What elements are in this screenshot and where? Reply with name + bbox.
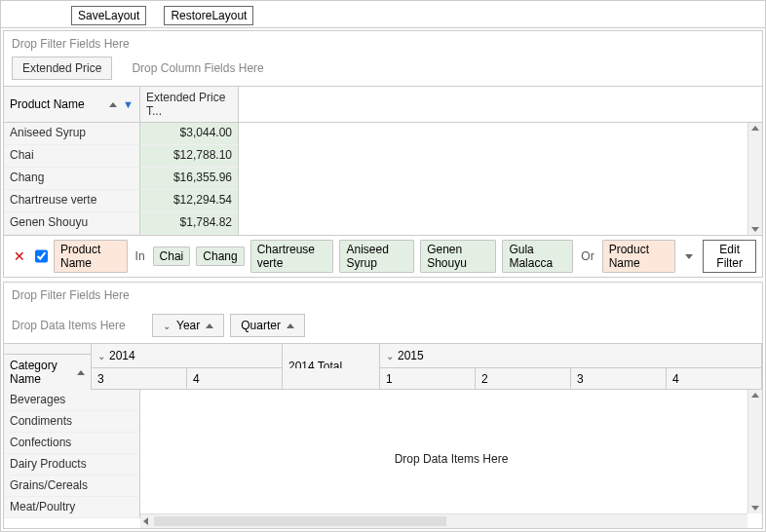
table-cell[interactable]: $12,294.54 — [140, 190, 239, 212]
drop-filter-area[interactable]: Drop Filter Fields Here — [4, 31, 762, 57]
filter-icon[interactable]: ▼ — [123, 98, 134, 110]
year-field-label: Year — [176, 319, 200, 332]
drop-data-center-label: Drop Data Items Here — [395, 452, 509, 466]
table-cell[interactable]: $3,044.00 — [140, 123, 239, 145]
app-window: SaveLayout RestoreLayout Drop Filter Fie… — [0, 0, 766, 532]
vertical-scrollbar[interactable] — [747, 123, 762, 235]
quarter-column[interactable]: 4 — [667, 368, 762, 389]
category-row-header[interactable]: Meat/Poultry — [4, 497, 140, 518]
year-column-2015[interactable]: ⌄ 2015 — [380, 344, 762, 368]
filter-field-tag[interactable]: Product Name — [54, 240, 128, 273]
category-row-header[interactable]: Confections — [4, 433, 140, 454]
quarter-column[interactable]: 4 — [187, 368, 283, 389]
column-field-quarter[interactable]: Quarter — [230, 314, 305, 337]
drop-filter-area-2[interactable]: Drop Filter Fields Here — [4, 283, 762, 308]
quarter-column[interactable]: 3 — [92, 368, 187, 389]
table-row-header[interactable]: Chartreuse verte — [4, 190, 140, 212]
sort-asc-icon[interactable] — [109, 102, 117, 107]
table-cell[interactable]: $16,355.96 — [140, 168, 239, 190]
data-field-label: Extended Price — [22, 61, 101, 75]
sort-asc-icon[interactable] — [206, 323, 213, 328]
year-column-2014[interactable]: ⌄ 2014 — [92, 344, 283, 368]
restore-layout-button[interactable]: RestoreLayout — [164, 6, 253, 25]
filter-value-tag[interactable]: Chai — [153, 247, 191, 266]
table-row-header[interactable]: Chai — [4, 145, 140, 168]
filter-field-tag[interactable]: Product Name — [602, 240, 676, 273]
quarter-column-spacer — [283, 368, 380, 389]
filter-panel: ✕ Product Name In Chai Chang Chartreuse … — [4, 235, 762, 277]
pivot-grid-1: Drop Filter Fields Here Extended Price D… — [3, 30, 763, 278]
quarter-column[interactable]: 1 — [380, 368, 476, 389]
drop-column-area[interactable]: Drop Column Fields Here — [132, 61, 263, 75]
category-row-header[interactable]: Dairy Products — [4, 454, 140, 475]
quarter-column[interactable]: 2 — [476, 368, 571, 389]
quarter-column[interactable]: 3 — [571, 368, 667, 389]
filter-value-tag[interactable]: Aniseed Syrup — [339, 240, 414, 273]
expand-icon[interactable]: ⌄ — [163, 321, 171, 331]
sort-asc-icon[interactable] — [287, 323, 294, 328]
data-field-chip[interactable]: Extended Price — [12, 57, 112, 80]
filter-value-tag[interactable]: Genen Shouyu — [420, 240, 496, 273]
drop-data-center[interactable]: Drop Data Items Here — [140, 390, 762, 528]
filter-enable-checkbox[interactable] — [35, 249, 48, 263]
toolbar: SaveLayout RestoreLayout — [1, 1, 765, 28]
collapse-icon[interactable]: ⌄ — [97, 351, 105, 361]
pivot1-data-body: Aniseed Syrup Chai Chang Chartreuse vert… — [4, 123, 762, 235]
table-row-header[interactable]: Chang — [4, 168, 140, 190]
table-row-header[interactable]: Aniseed Syrup — [4, 123, 140, 145]
category-row-header[interactable]: Condiments — [4, 411, 140, 433]
save-layout-button[interactable]: SaveLayout — [71, 6, 146, 25]
category-field-label: Category Name — [10, 359, 77, 386]
chevron-down-icon[interactable] — [685, 254, 693, 259]
column-field-year[interactable]: ⌄ Year — [152, 314, 224, 337]
table-row-header[interactable]: Genen Shouyu — [4, 212, 140, 235]
row-field-label: Product Name — [10, 97, 85, 111]
close-icon[interactable]: ✕ — [10, 248, 29, 264]
filter-value-tag[interactable]: Gula Malacca — [502, 240, 573, 273]
drop-data-area[interactable]: Drop Data Items Here — [12, 319, 133, 332]
pivot2-data-body: Beverages Condiments Confections Dairy P… — [4, 390, 762, 528]
year-label: 2014 — [109, 349, 135, 362]
pivot-grid-2: Drop Filter Fields Here Drop Data Items … — [3, 282, 763, 529]
scrollbar-thumb[interactable] — [154, 516, 446, 526]
column-header-area: Category Name ⌄ 2014 2014 Total ⌄ 2015 — [4, 343, 762, 390]
value-header[interactable]: Extended Price T... — [140, 87, 239, 122]
collapse-icon[interactable]: ⌄ — [386, 351, 394, 361]
row-field-header-2[interactable]: Category Name — [4, 354, 91, 390]
filter-value-tag[interactable]: Chang — [196, 247, 244, 266]
vertical-scrollbar-2[interactable] — [747, 390, 762, 513]
table-cell[interactable]: $12,788.10 — [140, 145, 239, 168]
sort-asc-icon[interactable] — [77, 370, 85, 375]
filter-op-or: Or — [579, 249, 595, 263]
filter-value-tag[interactable]: Chartreuse verte — [250, 240, 334, 273]
year-label: 2015 — [398, 349, 424, 362]
header-row: Product Name ▼ Extended Price T... — [4, 86, 762, 123]
row-field-header[interactable]: Product Name ▼ — [4, 87, 140, 122]
category-row-header[interactable]: Beverages — [4, 390, 140, 411]
edit-filter-button[interactable]: Edit Filter — [703, 240, 756, 273]
table-cell[interactable]: $1,784.82 — [140, 212, 239, 235]
quarter-field-label: Quarter — [241, 319, 281, 332]
category-row-header[interactable]: Grains/Cereals — [4, 475, 140, 497]
horizontal-scrollbar[interactable] — [140, 513, 747, 528]
filter-op-in: In — [134, 249, 147, 263]
